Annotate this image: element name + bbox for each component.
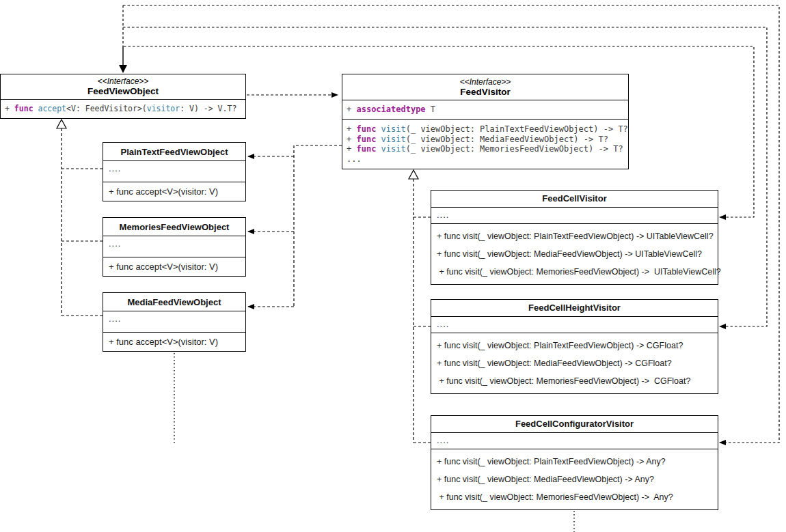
- method-signature: + func accept<V>(visitor: V): [103, 333, 245, 351]
- class-name: FeedVisitor: [460, 87, 510, 98]
- class-fields: ....: [103, 311, 245, 333]
- method-signature: + func accept<V>(visitor: V): [103, 257, 245, 276]
- ellipsis: ...: [347, 154, 624, 165]
- class-box-plaintextfeedviewobject: PlainTextFeedViewObject .... + func acce…: [103, 142, 246, 201]
- class-name: MemoriesFeedViewObject: [103, 218, 245, 236]
- method-signature: + func accept<V: FeedVisitor>(visitor: V…: [5, 104, 236, 114]
- class-methods: + func visit(_ viewObject: PlainTextFeed…: [431, 449, 718, 509]
- dependency-rail-feedvisitor-viewobjects: [294, 145, 342, 307]
- class-methods: + func visit(_ viewObject: PlainTextFeed…: [342, 120, 628, 169]
- method-signature: + func accept<V>(visitor: V): [103, 182, 245, 201]
- class-box-feedviewobject: <<Interface>> FeedViewObject + func acce…: [0, 74, 246, 119]
- method-signature: + func visit(_ viewObject: PlainTextFeed…: [437, 453, 712, 471]
- method-signature: + func visit(_ viewObject: MediaFeedView…: [437, 245, 712, 263]
- class-box-feedvisitor: <<Interface>> FeedVisitor + associatedty…: [342, 74, 629, 169]
- class-methods: + func visit(_ viewObject: PlainTextFeed…: [431, 224, 718, 284]
- method-signature: + func visit(_ viewObject: MemoriesFeedV…: [347, 144, 624, 154]
- class-box-feedcellheightvisitor: FeedCellHeightVisitor .... + func visit(…: [431, 299, 718, 394]
- class-box-feedcellconfiguratorvisitor: FeedCellConfiguratorVisitor .... + func …: [431, 415, 718, 510]
- class-header: <<Interface>> FeedViewObject: [1, 74, 245, 100]
- class-name: PlainTextFeedViewObject: [103, 143, 245, 161]
- method-signature: + func visit(_ viewObject: MediaFeedView…: [347, 135, 624, 145]
- class-name: FeedViewObject: [87, 86, 159, 97]
- class-name: FeedCellHeightVisitor: [431, 300, 718, 317]
- class-name: FeedCellVisitor: [431, 191, 718, 208]
- method-signature: + func visit(_ viewObject: PlainTextFeed…: [347, 124, 624, 135]
- method-signature: + func visit(_ viewObject: MediaFeedView…: [437, 471, 712, 488]
- class-header: <<Interface>> FeedVisitor: [342, 74, 628, 100]
- class-fields: ....: [431, 317, 718, 333]
- class-fields: ....: [431, 208, 718, 224]
- class-name: MediaFeedViewObject: [103, 293, 245, 311]
- class-fields: + associatedtype T: [342, 100, 628, 120]
- class-methods: + func visit(_ viewObject: PlainTextFeed…: [431, 333, 718, 393]
- uml-diagram-canvas: <<Interface>> FeedViewObject + func acce…: [0, 0, 786, 532]
- stereotype-label: <<Interface>>: [460, 77, 511, 87]
- class-box-memoriesfeedviewobject: MemoriesFeedViewObject .... + func accep…: [103, 217, 246, 277]
- associatedtype-declaration: + associatedtype T: [347, 104, 435, 115]
- method-signature: + func visit(_ viewObject: MemoriesFeedV…: [437, 488, 712, 506]
- method-signature: + func visit(_ viewObject: MediaFeedView…: [437, 354, 712, 372]
- method-signature: + func visit(_ viewObject: PlainTextFeed…: [437, 227, 712, 245]
- stereotype-label: <<Interface>>: [98, 76, 149, 86]
- realization-triangle-feedviewobject: [57, 120, 66, 128]
- class-fields: ....: [431, 433, 718, 449]
- method-signature: + func visit(_ viewObject: PlainTextFeed…: [437, 337, 712, 354]
- method-signature: + func visit(_ viewObject: MemoriesFeedV…: [437, 263, 712, 281]
- class-box-feedcellvisitor: FeedCellVisitor .... + func visit(_ view…: [431, 190, 718, 285]
- realization-triangle-feedvisitor: [409, 170, 418, 179]
- class-box-mediafeedviewobject: MediaFeedViewObject .... + func accept<V…: [103, 292, 246, 352]
- method-signature: + func visit(_ viewObject: MemoriesFeedV…: [437, 372, 712, 390]
- arrowhead-feedviewobject-top: [119, 65, 127, 73]
- class-fields: ....: [103, 236, 245, 257]
- class-name: FeedCellConfiguratorVisitor: [431, 416, 718, 433]
- class-methods: + func accept<V: FeedVisitor>(visitor: V…: [1, 100, 245, 118]
- class-fields: ....: [103, 161, 245, 182]
